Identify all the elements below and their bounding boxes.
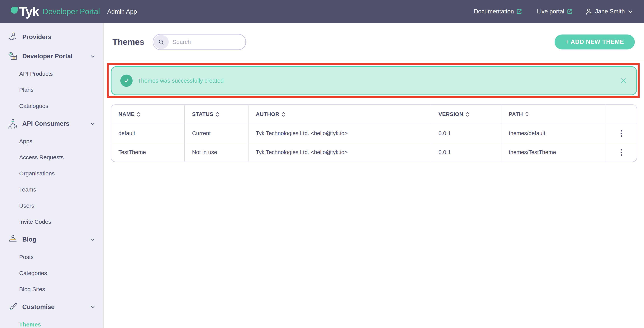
sidebar-item-blog[interactable]: Blog [0,230,103,249]
sidebar-item-label: Catalogues [19,103,48,109]
sidebar-item-api-products[interactable]: API Products [0,66,103,82]
svg-text:</>: </> [12,57,16,59]
sidebar-item-label: Categories [19,270,47,277]
user-name: Jane Smith [595,8,625,15]
sidebar-item-categories[interactable]: Categories [0,265,103,281]
sidebar-item-label: Teams [19,186,36,193]
sidebar: Providers </> Developer Portal [0,23,104,328]
sidebar-item-api-consumers[interactable]: API Consumers [0,114,103,133]
alert-message: Themes was successfully created [138,77,224,84]
brand-suffix: Developer Portal [43,7,100,16]
sidebar-item-teams[interactable]: Teams [0,182,103,198]
sidebar-item-customise[interactable]: Customise [0,297,103,317]
sort-icon [466,112,469,117]
sidebar-item-label: Customise [22,303,55,311]
chevron-down-icon[interactable] [90,121,96,126]
app-label: Admin App [107,8,137,15]
column-header-author[interactable]: AUTHOR [248,105,431,124]
sidebar-item-label: Posts [19,254,34,260]
sort-icon [282,112,285,117]
sidebar-item-label: Access Requests [19,154,64,161]
sidebar-item-organisations[interactable]: Organisations [0,165,103,182]
cell-actions [606,143,637,162]
cell-version: 0.0.1 [431,124,502,143]
sidebar-item-label: Invite Codes [19,219,51,225]
chevron-down-icon [628,9,633,14]
external-link-icon [567,8,573,14]
user-icon [585,8,592,15]
cell-name: TestTheme [111,143,185,162]
cell-author: Tyk Technologies Ltd. <hello@tyk.io> [248,124,431,143]
sidebar-item-themes[interactable]: Themes [0,317,103,328]
add-new-theme-button[interactable]: + ADD NEW THEME [554,34,635,49]
cell-path: themes/default [502,124,606,143]
success-alert: Themes was successfully created [111,66,637,95]
customise-icon [8,302,18,312]
sidebar-item-providers[interactable]: Providers [0,27,103,46]
sort-icon [137,112,140,117]
sidebar-item-users[interactable]: Users [0,198,103,214]
sidebar-item-plans[interactable]: Plans [0,82,103,98]
topbar-right: Documentation Live portal [474,8,633,15]
chevron-down-icon[interactable] [90,53,96,59]
cell-status: Current [185,124,248,143]
documentation-link[interactable]: Documentation [474,8,522,15]
sidebar-item-label: Themes [19,321,41,328]
cell-status: Not in use [185,143,248,162]
live-portal-link[interactable]: Live portal [537,8,573,15]
cell-path: themes/TestTheme [502,143,606,162]
column-label: AUTHOR [256,111,280,117]
sidebar-item-label: Developer Portal [22,52,72,60]
table-row: TestTheme Not in use Tyk Technologies Lt… [111,143,637,162]
column-header-path[interactable]: PATH [502,105,606,124]
sidebar-item-label: Organisations [19,170,55,177]
providers-icon [8,32,18,42]
sidebar-item-catalogues[interactable]: Catalogues [0,98,103,114]
sidebar-item-invite-codes[interactable]: Invite Codes [0,214,103,230]
live-portal-label: Live portal [537,8,564,15]
sidebar-item-apps[interactable]: Apps [0,133,103,149]
sidebar-item-blog-sites[interactable]: Blog Sites [0,281,103,297]
tyk-logo[interactable]: Tyk Developer Portal [11,5,100,18]
topbar: Tyk Developer Portal Admin App Documenta… [0,0,644,23]
check-circle-icon [120,75,132,87]
sidebar-item-posts[interactable]: Posts [0,249,103,265]
api-consumers-icon [8,118,18,129]
cell-name: default [111,124,185,143]
tyk-admin-app: Tyk Developer Portal Admin App Documenta… [0,0,644,328]
column-header-version[interactable]: VERSION [431,105,502,124]
sidebar-item-label: Blog Sites [19,286,45,293]
column-label: PATH [509,111,523,117]
row-actions-button[interactable] [618,147,624,158]
sidebar-item-label: Users [19,202,34,209]
row-actions-button[interactable] [618,128,624,139]
search-icon [154,35,169,49]
sidebar-item-label: Providers [22,33,52,41]
cell-actions [606,124,637,143]
user-menu[interactable]: Jane Smith [585,8,633,15]
sort-icon [216,112,219,117]
developer-portal-icon: </> [8,51,18,61]
page-title: Themes [112,37,144,47]
themes-content: Themes was successfully created NAME [104,61,644,328]
sidebar-item-label: API Consumers [22,120,70,127]
column-header-status[interactable]: STATUS [185,105,248,124]
main-content: Themes + ADD NEW THEME [104,23,644,328]
search-input[interactable] [169,39,242,45]
sidebar-item-label: Blog [22,236,36,243]
chevron-down-icon[interactable] [90,237,96,242]
tyk-leaf-icon [11,7,18,13]
sidebar-item-label: Plans [19,87,34,93]
chevron-down-icon[interactable] [90,304,96,310]
sidebar-item-developer-portal[interactable]: </> Developer Portal [0,46,103,66]
sidebar-item-access-requests[interactable]: Access Requests [0,149,103,165]
column-label: STATUS [192,111,214,117]
cell-version: 0.0.1 [431,143,502,162]
alert-close-button[interactable] [618,75,629,86]
sort-icon [525,112,529,117]
documentation-label: Documentation [474,8,514,15]
table-row: default Current Tyk Technologies Ltd. <h… [111,124,637,143]
column-label: VERSION [438,111,464,117]
column-header-name[interactable]: NAME [111,105,185,124]
sidebar-item-label: Apps [19,138,32,145]
